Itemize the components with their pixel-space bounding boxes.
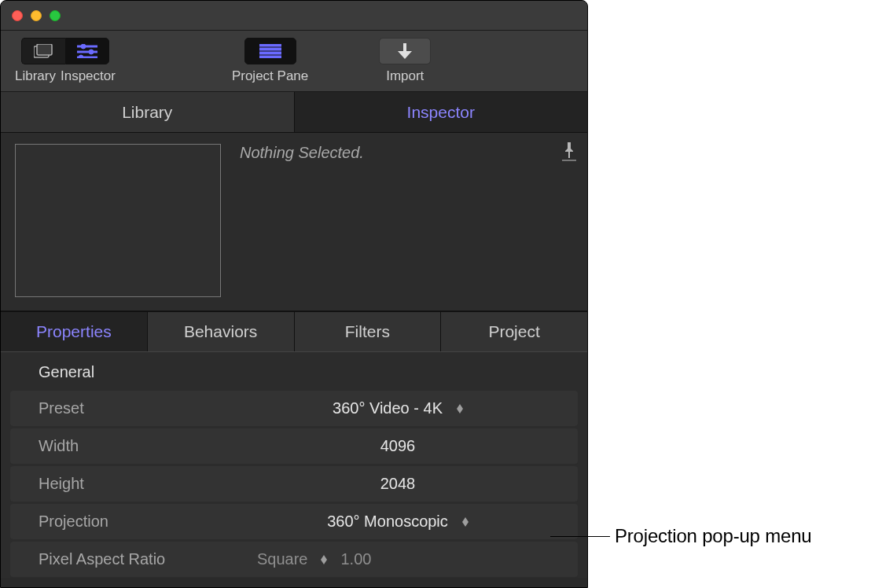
projection-label: Projection (10, 513, 218, 531)
svg-rect-10 (259, 52, 281, 54)
pane-list-icon (259, 44, 281, 58)
toolbar: Library Inspector Project Pane Import (1, 31, 587, 92)
preview-thumbnail (15, 144, 221, 297)
row-height: Height 2048 (10, 466, 578, 502)
subtab-behaviors[interactable]: Behaviors (148, 312, 295, 351)
inspector-window: Library Inspector Project Pane Import (0, 0, 588, 588)
svg-point-7 (79, 55, 83, 58)
row-preset: Preset 360° Video - 4K (10, 391, 578, 427)
sliders-icon (77, 44, 97, 58)
inspector-button[interactable] (65, 38, 109, 64)
svg-rect-11 (259, 56, 281, 58)
svg-rect-4 (77, 51, 97, 53)
width-label: Width (10, 437, 218, 455)
svg-marker-19 (321, 560, 327, 564)
properties-panel: General Preset 360° Video - 4K Width 409… (1, 352, 587, 578)
subtab-properties[interactable]: Properties (1, 312, 148, 351)
inspector-label: Inspector (61, 68, 116, 84)
par-label: Pixel Aspect Ratio (10, 550, 218, 568)
titlebar (1, 1, 587, 31)
stepper-icon (457, 404, 463, 413)
par-popup-value: Square (257, 550, 308, 568)
pane-tabs: Library Inspector (1, 92, 587, 133)
subtab-project[interactable]: Project (441, 312, 587, 351)
preview-area: Nothing Selected. (1, 133, 587, 311)
svg-rect-1 (37, 44, 52, 55)
row-projection: Projection 360° Monoscopic (10, 504, 578, 540)
svg-marker-17 (462, 522, 469, 527)
window-minimize-button[interactable] (31, 10, 42, 21)
row-width: Width 4096 (10, 428, 578, 465)
project-pane-button[interactable] (244, 38, 296, 64)
inspector-subtabs: Properties Behaviors Filters Project (1, 311, 587, 352)
stepper-icon (321, 555, 327, 564)
window-zoom-button[interactable] (50, 10, 61, 21)
library-icon (34, 44, 53, 58)
callout-line (550, 536, 610, 537)
width-field[interactable]: 4096 (218, 437, 578, 455)
project-pane-label: Project Pane (232, 68, 308, 84)
import-button[interactable] (379, 38, 431, 64)
section-general: General (1, 352, 587, 391)
svg-marker-13 (398, 51, 412, 59)
library-button[interactable] (21, 38, 65, 64)
import-arrow-down-icon (398, 43, 412, 59)
window-close-button[interactable] (12, 10, 23, 21)
subtab-filters[interactable]: Filters (295, 312, 442, 351)
preset-label: Preset (10, 399, 218, 417)
callout-projection: Projection pop-up menu (550, 525, 811, 547)
svg-point-5 (89, 50, 94, 54)
tab-inspector[interactable]: Inspector (295, 92, 588, 132)
callout-text: Projection pop-up menu (615, 525, 811, 547)
svg-rect-2 (77, 46, 97, 47)
svg-marker-15 (457, 409, 463, 413)
svg-rect-9 (259, 48, 281, 50)
tab-library[interactable]: Library (1, 92, 295, 132)
par-numeric-field[interactable]: 1.00 (341, 550, 372, 568)
stepper-icon (462, 517, 469, 527)
row-pixel-aspect-ratio: Pixel Aspect Ratio Square 1.00 (10, 542, 578, 578)
import-label: Import (386, 68, 424, 84)
svg-rect-8 (259, 44, 281, 46)
preset-popup[interactable]: 360° Video - 4K (218, 399, 578, 417)
projection-popup[interactable]: 360° Monoscopic (218, 513, 578, 531)
pin-button[interactable] (562, 142, 576, 161)
projection-value: 360° Monoscopic (327, 513, 448, 531)
svg-point-3 (81, 44, 86, 49)
par-popup[interactable]: Square (257, 550, 327, 568)
library-label: Library (15, 68, 56, 84)
pin-icon (564, 142, 575, 158)
nothing-selected-label: Nothing Selected. (240, 144, 364, 162)
height-label: Height (10, 475, 218, 493)
height-field[interactable]: 2048 (218, 475, 578, 493)
preset-value: 360° Video - 4K (333, 399, 443, 417)
